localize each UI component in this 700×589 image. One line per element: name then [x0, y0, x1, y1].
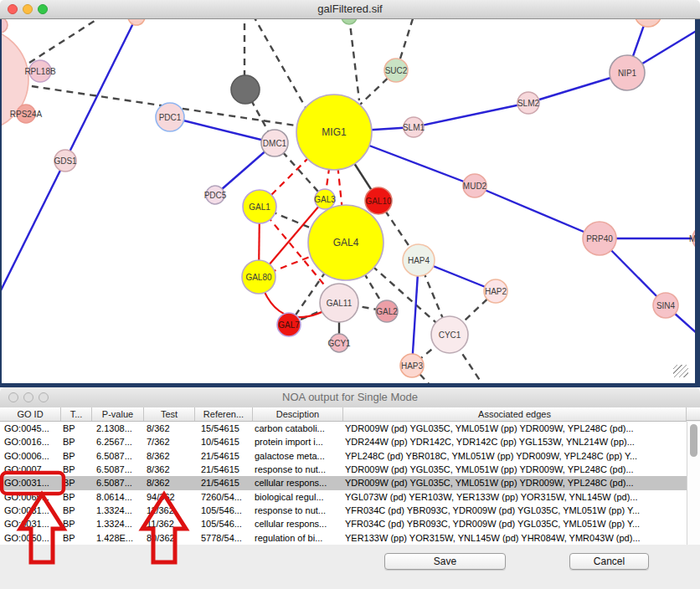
- cell-ref[interactable]: 21/54615: [195, 463, 253, 476]
- cell-pvalue[interactable]: 2.1308...: [92, 422, 144, 435]
- resize-grip[interactable]: [673, 365, 688, 377]
- node-corner-node-fragment[interactable]: [0, 19, 8, 33]
- cell-type[interactable]: BP: [61, 422, 92, 435]
- noa-titlebar[interactable]: NOA output for Single Mode: [0, 387, 700, 408]
- edge-dash[interactable]: [349, 19, 359, 100]
- cell-pvalue[interactable]: 6.5087...: [92, 463, 144, 476]
- cell-desc[interactable]: response to nut...: [253, 504, 343, 517]
- table-row-selected[interactable]: GO:0031...BP6.5087...8/36221/54615cellul…: [0, 476, 687, 489]
- cell-go[interactable]: GO:0050...: [0, 531, 61, 545]
- cell-test[interactable]: 94/362: [144, 490, 195, 504]
- table-row[interactable]: GO:0045...BP2.1308...8/36215/54615carbon…: [0, 422, 687, 435]
- cell-edges[interactable]: YER133W (pp) YOR315W, YNL145W (pd) YHR08…: [343, 531, 687, 545]
- cell-ref[interactable]: 15/54615: [195, 422, 253, 435]
- cell-type[interactable]: BP: [61, 449, 92, 463]
- cell-go[interactable]: GO:0031...: [0, 504, 61, 517]
- cell-ref[interactable]: 10/54615: [195, 435, 253, 448]
- cell-type[interactable]: BP: [61, 504, 92, 517]
- table-row[interactable]: GO:0007...BP6.5087...8/36221/54615respon…: [0, 463, 687, 476]
- cell-desc[interactable]: galactose meta...: [253, 449, 343, 463]
- cell-type[interactable]: BP: [61, 463, 92, 476]
- column-header-desc[interactable]: Desciption: [253, 407, 343, 421]
- table-row[interactable]: GO:0031...BP1.3324...11/362105/546...res…: [0, 504, 687, 517]
- cell-desc[interactable]: cellular respons...: [253, 476, 343, 489]
- node-top-node-fragment[interactable]: [128, 19, 145, 25]
- cell-ref[interactable]: 21/54615: [195, 476, 253, 489]
- cell-go[interactable]: GO:0006...: [0, 449, 61, 463]
- cell-type[interactable]: BP: [61, 435, 92, 448]
- cell-edges[interactable]: YDR244W (pp) YDR142C, YDR142C (pp) YGL15…: [343, 435, 687, 448]
- cell-desc[interactable]: regulation of bi...: [253, 531, 343, 545]
- cell-ref[interactable]: 7260/54...: [195, 490, 253, 504]
- cell-pvalue[interactable]: 6.5087...: [92, 476, 144, 489]
- main-titlebar[interactable]: galFiltered.sif: [0, 0, 700, 19]
- cell-go[interactable]: GO:0031...: [0, 517, 61, 530]
- cell-edges[interactable]: YDR009W (pd) YGL035C, YML051W (pp) YDR00…: [343, 476, 687, 489]
- cell-edges[interactable]: YDR009W (pd) YGL035C, YML051W (pp) YDR00…: [343, 422, 687, 435]
- cell-test[interactable]: 7/362: [144, 435, 195, 448]
- edge-dash[interactable]: [253, 19, 307, 110]
- column-header-test[interactable]: Test: [144, 407, 195, 421]
- results-table[interactable]: GO:0045...BP2.1308...8/36215/54615carbon…: [0, 422, 687, 545]
- table-row[interactable]: GO:0016...BP6.2567...7/36210/54615protei…: [0, 435, 687, 448]
- column-header-type[interactable]: T...: [61, 407, 92, 421]
- cell-desc[interactable]: biological regul...: [253, 490, 343, 504]
- scrollbar-thumb[interactable]: [690, 424, 697, 457]
- cell-test[interactable]: 8/362: [144, 476, 195, 489]
- cell-edges[interactable]: YFR034C (pd) YBR093C, YDR009W (pd) YGL03…: [343, 517, 687, 530]
- column-header-edges[interactable]: Associated edges: [343, 407, 687, 421]
- cell-edges[interactable]: YGL073W (pd) YER103W, YER133W (pp) YOR31…: [343, 490, 687, 504]
- cell-ref[interactable]: 105/546...: [195, 517, 253, 530]
- cell-type[interactable]: BP: [61, 490, 92, 504]
- node-dark-gray-node[interactable]: [231, 75, 260, 104]
- cell-type[interactable]: BP: [61, 517, 92, 530]
- cell-edges[interactable]: YPL248C (pd) YBR018C, YML051W (pp) YDR00…: [343, 449, 687, 463]
- save-button[interactable]: Save: [384, 553, 506, 570]
- cell-pvalue[interactable]: 1.3324...: [92, 517, 144, 530]
- cell-edges[interactable]: YFR034C (pd) YBR093C, YDR009W (pd) YGL03…: [343, 504, 687, 517]
- cell-ref[interactable]: 21/54615: [195, 449, 253, 463]
- cell-desc[interactable]: cellular respons...: [253, 517, 343, 530]
- table-row[interactable]: GO:0006...BP6.5087...8/36221/54615galact…: [0, 449, 687, 463]
- cell-test[interactable]: 8/362: [144, 422, 195, 435]
- cell-test[interactable]: 11/362: [144, 504, 195, 517]
- cell-edges[interactable]: YDR009W (pd) YGL035C, YML051W (pp) YDR00…: [343, 463, 687, 476]
- cell-type[interactable]: BP: [61, 531, 92, 545]
- edge-blue[interactable]: [170, 117, 275, 143]
- cell-go[interactable]: GO:0045...: [0, 422, 61, 435]
- cell-go[interactable]: GO:0031...: [0, 476, 61, 489]
- cell-go[interactable]: GO:0065...: [0, 490, 61, 504]
- edge-dash[interactable]: [29, 19, 109, 63]
- node-top-right-node-fragment[interactable]: [635, 19, 661, 27]
- network-canvas[interactable]: RPL18BRPS24AGDS1PDC1MIG1SUC2SLM1DMC1PDC5…: [0, 19, 700, 387]
- node-top-green-node-fragment[interactable]: [342, 19, 357, 24]
- edge-blue[interactable]: [414, 103, 528, 127]
- table-header[interactable]: GO IDT...P-valueTestReferen...Desciption…: [0, 407, 687, 422]
- cell-pvalue[interactable]: 1.428E...: [92, 531, 144, 545]
- column-header-ref[interactable]: Referen...: [195, 407, 253, 421]
- cell-desc[interactable]: response to nut...: [253, 463, 343, 476]
- cell-pvalue[interactable]: 6.2567...: [92, 435, 144, 448]
- cell-ref[interactable]: 5778/54...: [195, 531, 253, 545]
- cell-go[interactable]: GO:0007...: [0, 463, 61, 476]
- edge-dash[interactable]: [400, 19, 414, 59]
- cell-pvalue[interactable]: 8.0614...: [92, 490, 144, 504]
- cell-test[interactable]: 11/362: [144, 517, 195, 530]
- cell-type[interactable]: BP: [61, 476, 92, 489]
- edge-blue[interactable]: [475, 186, 600, 238]
- cell-pvalue[interactable]: 1.3324...: [92, 504, 144, 517]
- cell-test[interactable]: 80/362: [144, 531, 195, 545]
- cell-desc[interactable]: protein import i...: [253, 435, 343, 448]
- cell-go[interactable]: GO:0016...: [0, 435, 61, 448]
- table-row[interactable]: GO:0050...BP1.428E...80/3625778/54...reg…: [0, 531, 687, 545]
- table-row[interactable]: GO:0031...BP1.3324...11/362105/546...cel…: [0, 517, 687, 530]
- table-row[interactable]: GO:0065...BP8.0614...94/3627260/54...bio…: [0, 490, 687, 504]
- cancel-button[interactable]: Cancel: [569, 553, 649, 570]
- cell-ref[interactable]: 105/546...: [195, 504, 253, 517]
- vertical-scrollbar[interactable]: [687, 422, 700, 545]
- cell-test[interactable]: 8/362: [144, 463, 195, 476]
- column-header-pvalue[interactable]: P-value: [92, 407, 144, 421]
- cell-test[interactable]: 8/362: [144, 449, 195, 463]
- cell-pvalue[interactable]: 6.5087...: [92, 449, 144, 463]
- cell-desc[interactable]: carbon cataboli...: [253, 422, 343, 435]
